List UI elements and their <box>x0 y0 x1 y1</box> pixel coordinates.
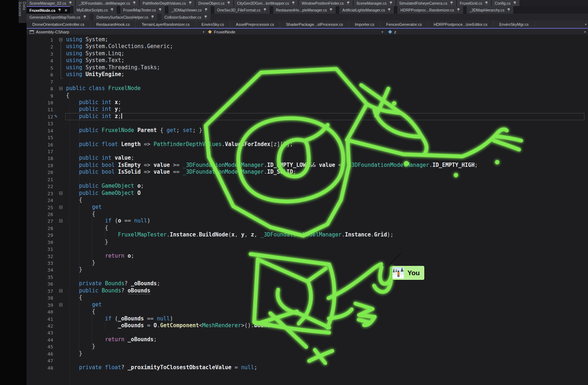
code-line[interactable]: 47 <box>27 357 588 364</box>
breadcrumb-type[interactable]: FruxelNode <box>207 29 235 35</box>
tab[interactable]: HDRPPostproce...izerEditor.cs <box>428 20 494 28</box>
code-line[interactable]: 46 } <box>27 350 588 357</box>
fold-collapse-icon[interactable] <box>59 38 62 41</box>
tab[interactable]: SceneManager_02.cs <box>27 0 75 6</box>
tab[interactable]: CollisionSubscriber.cs <box>162 14 210 20</box>
tab[interactable]: AssetPreprocessor.cs <box>230 20 280 28</box>
pushpin-icon[interactable] <box>151 15 154 19</box>
tab[interactable]: PathfinderDepthValues.cs <box>140 0 195 6</box>
breadcrumb-project[interactable]: Assembly-CSharp <box>29 29 69 35</box>
code-line[interactable]: 17 <box>27 148 588 155</box>
code-line[interactable]: 34 } <box>27 266 588 273</box>
tab[interactable]: RestaurantHook.cs <box>90 20 136 28</box>
code-line[interactable]: 45 } <box>27 343 588 350</box>
tab[interactable]: SceneManager.cs <box>354 0 396 6</box>
code-line[interactable]: 3using System.Linq; <box>27 50 588 57</box>
pushpin-icon[interactable] <box>69 1 72 5</box>
close-icon[interactable]: × <box>65 8 67 13</box>
code-line[interactable]: 41 if (_oBounds == null) <box>27 315 588 322</box>
pushpin-icon[interactable] <box>58 8 61 13</box>
code-line[interactable]: 40 { <box>27 308 588 315</box>
pushpin-icon[interactable] <box>387 8 391 12</box>
tab[interactable]: _3DMapHierarchy.cs <box>467 6 513 14</box>
pushpin-icon[interactable] <box>83 15 87 19</box>
tab[interactable]: Config.cs <box>492 0 519 6</box>
tab[interactable]: Importer.cs <box>349 20 380 28</box>
code-line[interactable]: 13 <box>27 120 588 127</box>
code-line[interactable]: 11 public int y; <box>27 106 588 113</box>
code-line[interactable]: 42 _oBounds = O.GetComponent<MeshRendere… <box>27 322 588 329</box>
code-line[interactable]: 19 public bool IsEmpty => value >= _3DFo… <box>27 162 588 169</box>
fold-collapse-icon[interactable] <box>59 192 62 195</box>
pushpin-icon[interactable] <box>263 8 267 12</box>
fold-collapse-icon[interactable] <box>59 289 62 292</box>
tab[interactable]: FruxelMapTester.cs <box>120 6 165 14</box>
tab[interactable]: TerrainLayerRandomizer.cs <box>136 20 196 28</box>
pushpin-icon[interactable] <box>513 1 517 5</box>
code-line[interactable]: 25 get <box>27 204 588 211</box>
pushpin-icon[interactable] <box>346 1 350 5</box>
pushpin-icon[interactable] <box>132 1 136 5</box>
code-line[interactable]: 10 public int x; <box>27 99 588 106</box>
chevron-down-icon[interactable]: ▾ <box>203 30 205 34</box>
code-line[interactable]: 8public class FruxelNode <box>27 85 588 92</box>
fold-collapse-icon[interactable] <box>59 219 62 222</box>
chevron-down-icon[interactable]: ▾ <box>382 30 383 34</box>
tab[interactable]: RestaurantHo...pleManager.cs <box>273 6 336 14</box>
code-line[interactable]: 20 public bool IsSolid => value == _3DFo… <box>27 169 588 175</box>
pushpin-icon[interactable] <box>329 8 333 12</box>
code-line[interactable]: 37 public Bounds? oBounds <box>27 287 588 294</box>
code-editor[interactable]: 1using System;2using System.Collections.… <box>27 35 588 385</box>
pushpin-icon[interactable] <box>204 8 208 12</box>
tab-active[interactable]: FruxelNode.cs× <box>27 6 70 14</box>
tab-overflow-chevron-down-icon[interactable]: ▾ <box>585 23 587 26</box>
code-line[interactable]: 12✎ public int z; <box>27 113 588 120</box>
code-line[interactable]: 2using System.Collections.Generic; <box>27 43 588 50</box>
fold-collapse-icon[interactable] <box>59 206 62 209</box>
pushpin-icon[interactable] <box>188 1 192 5</box>
pushpin-icon[interactable] <box>450 1 453 5</box>
code-line[interactable]: 30 } <box>27 239 588 245</box>
code-line[interactable]: 7 <box>27 78 588 85</box>
code-line[interactable]: 48 private float? _proximityToClosestObs… <box>27 364 588 371</box>
tab[interactable]: DroneOrientationController.cs <box>27 20 90 28</box>
pushpin-icon[interactable] <box>389 1 393 5</box>
tab[interactable]: SimulatedFisheyeCamera.cs <box>396 0 456 6</box>
code-line[interactable]: 6using UnityEngine; <box>27 71 588 78</box>
code-line[interactable]: 43 <box>27 329 588 336</box>
code-line[interactable]: 5using System.Threading.Tasks; <box>27 64 588 71</box>
code-line[interactable]: 14 public FruxelNode Parent { get; set; … <box>27 127 588 134</box>
tab[interactable]: DroneObject.cs <box>196 0 233 6</box>
code-line[interactable]: 44 return _oBounds; <box>27 336 588 343</box>
pushpin-icon[interactable] <box>291 1 295 5</box>
code-line[interactable]: 32 return o; <box>27 253 588 259</box>
tab[interactable]: OneSec3D_FileFormat.cs <box>214 6 270 14</box>
sidebar-tab-data-sources[interactable]: Data Sources <box>19 0 27 23</box>
tab[interactable]: HDRPPostproc...Randomizer.cs <box>397 6 463 14</box>
code-line[interactable]: 1using System; <box>27 36 588 43</box>
tab[interactable]: ArtificialLightsManager.cs <box>339 6 394 14</box>
code-line[interactable]: 31 <box>27 245 588 252</box>
pushpin-icon[interactable] <box>457 8 460 12</box>
code-line[interactable]: 18 public int value; <box>27 155 588 161</box>
code-line[interactable]: 27 if (o == null) <box>27 217 588 224</box>
tab[interactable]: FruxelGrid.cs <box>457 0 491 6</box>
tab[interactable]: ShaderPackage...stProcessor.cs <box>280 20 349 28</box>
code-line[interactable]: 38 { <box>27 294 588 301</box>
code-line[interactable]: 36 private Bounds? _oBounds; <box>27 280 588 287</box>
pushpin-icon[interactable] <box>204 15 207 19</box>
fold-collapse-icon[interactable] <box>59 303 62 306</box>
pushpin-icon[interactable] <box>110 8 114 12</box>
code-line[interactable]: 4using System.Text; <box>27 57 588 64</box>
code-line[interactable]: 26 { <box>27 211 588 217</box>
chevron-down-icon[interactable]: ▾ <box>584 30 586 34</box>
breadcrumb-member[interactable]: z <box>388 29 396 35</box>
tab[interactable]: MyEditorScripts.cs <box>74 6 117 14</box>
code-line[interactable]: 22 public GameObject o; <box>27 183 588 189</box>
tab[interactable]: FencesGenerator.cs <box>381 20 428 28</box>
pushpin-icon[interactable] <box>485 1 488 5</box>
code-line[interactable]: 16 public float Length => PathfinderDept… <box>27 141 588 148</box>
code-line[interactable]: 28 { <box>27 225 588 231</box>
code-line[interactable]: 33 } <box>27 259 588 266</box>
code-line[interactable]: 35 <box>27 273 588 280</box>
